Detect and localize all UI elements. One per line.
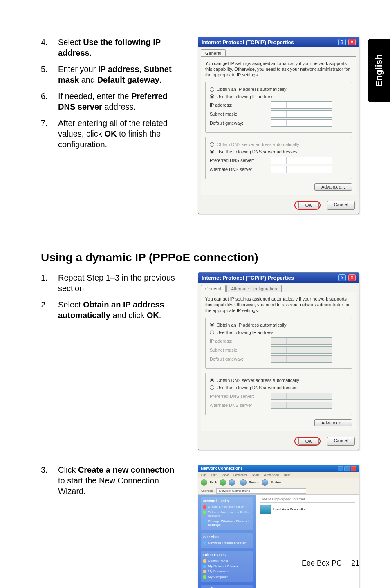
dialog-title: Internet Protocol (TCP/IP) Properties <box>202 39 294 45</box>
radio-use-ip[interactable] <box>210 94 214 99</box>
dialog-title: Internet Protocol (TCP/IP) Properties <box>202 275 294 281</box>
menu-tools[interactable]: Tools <box>252 473 260 477</box>
label-pref-dns: Preferred DNS server: <box>210 394 271 399</box>
input-alt-dns <box>271 402 332 409</box>
connection-item[interactable]: Local Area Connection <box>260 505 355 514</box>
step-4: 4. Select Use the following IP address. <box>41 37 178 58</box>
up-icon[interactable] <box>229 479 235 486</box>
menu-view[interactable]: View <box>222 473 229 477</box>
close-button[interactable]: × <box>348 39 356 45</box>
steps-list-b: 1. Repeat Step 1–3 in the previous secti… <box>41 272 178 321</box>
label-subnet: Subnet mask: <box>210 112 271 117</box>
help-button[interactable]: ? <box>338 274 346 281</box>
ok-button[interactable]: OK <box>298 438 319 445</box>
search-icon[interactable] <box>240 479 247 486</box>
step-b2: 2 Select Obtain an IP address automatica… <box>41 299 178 321</box>
address-field[interactable]: Network Connections <box>216 488 306 494</box>
steps-list-c: 3. Click Create a new connection to star… <box>41 465 178 496</box>
other-places-block: Other Places⌃ Control Panel My Network P… <box>201 551 253 582</box>
menu-help[interactable]: Help <box>284 473 290 477</box>
dialog-titlebar: Internet Protocol (TCP/IP) Properties ? … <box>198 273 359 283</box>
radio-use-dns[interactable] <box>210 150 214 154</box>
nc-menubar: File Edit View Favorites Tools Advanced … <box>198 472 359 478</box>
radio-use-dns[interactable] <box>210 385 214 390</box>
menu-file[interactable]: File <box>201 473 206 477</box>
label-alt-dns: Alternate DNS server: <box>210 167 271 172</box>
input-subnet[interactable] <box>271 110 332 118</box>
nc-mainpane: LAN or High-Speed Internet Local Area Co… <box>256 495 359 588</box>
advanced-button[interactable]: Advanced... <box>314 419 352 426</box>
step-5: 5. Enter your IP address, Subnet mask an… <box>41 64 178 85</box>
label-ip: IP address: <box>210 339 271 343</box>
see-troubleshooter[interactable]: Network Troubleshooter <box>203 540 251 545</box>
see-also-block: See Also⌃ Network Troubleshooter <box>201 533 253 548</box>
step-number: 1. <box>41 272 58 294</box>
ok-button[interactable]: OK <box>298 202 319 209</box>
language-tab: English <box>368 39 390 102</box>
place-my-documents[interactable]: My Documents <box>203 569 251 574</box>
details-block: Details⌃ Local Area Connection LAN or Hi… <box>201 585 253 588</box>
nc-toolbar: Back Search Folders <box>198 478 359 487</box>
task-firewall[interactable]: Change Windows Firewall settings <box>203 518 251 527</box>
back-icon[interactable] <box>201 479 207 486</box>
footer-product: Eee Box PC <box>302 559 342 567</box>
help-button[interactable]: ? <box>338 39 346 45</box>
tcpip-dialog-static: Internet Protocol (TCP/IP) Properties ? … <box>198 37 359 214</box>
label-auto-ip: Obtain an IP address automatically <box>217 323 286 328</box>
task-create-connection[interactable]: Create a new connection <box>203 504 251 509</box>
label-pref-dns: Preferred DNS server: <box>210 158 271 163</box>
step-text: Click Create a new connection to start t… <box>58 465 178 496</box>
folders-icon[interactable] <box>262 479 268 486</box>
back-label: Back <box>210 480 217 484</box>
dialog-intro: You can get IP settings assigned automat… <box>205 296 352 313</box>
step-text: Enter your IP address, Subnet mask and D… <box>58 64 178 85</box>
cancel-button[interactable]: Cancel <box>327 437 355 446</box>
section-heading: Using a dynamic IP (PPPoE connection) <box>41 251 359 264</box>
label-auto-ip: Obtain an IP address automatically <box>217 87 286 92</box>
minimize-button[interactable] <box>338 466 343 471</box>
place-my-computer[interactable]: My Computer <box>203 574 251 579</box>
steps-list-a: 4. Select Use the following IP address. … <box>41 37 178 150</box>
tab-alternate[interactable]: Alternate Configuration <box>226 285 282 292</box>
menu-edit[interactable]: Edit <box>211 473 217 477</box>
input-alt-dns[interactable] <box>271 166 332 173</box>
nc-addressbar: Address Network Connections <box>198 487 359 495</box>
close-button[interactable] <box>351 466 356 471</box>
network-tasks-heading: Network Tasks <box>203 499 229 503</box>
input-pref-dns[interactable] <box>271 157 332 164</box>
forward-icon[interactable] <box>220 479 226 486</box>
cancel-button[interactable]: Cancel <box>327 201 355 210</box>
place-network-places[interactable]: My Network Places <box>203 563 251 569</box>
label-subnet: Subnet mask: <box>210 348 271 352</box>
task-setup-network[interactable]: Set up a home or small office network <box>203 509 251 518</box>
tab-general[interactable]: General <box>201 49 226 56</box>
radio-auto-dns[interactable] <box>210 378 214 382</box>
step-number: 5. <box>41 64 58 85</box>
page-footer: Eee Box PC 21 <box>302 559 359 568</box>
input-subnet <box>271 346 332 354</box>
step-number: 4. <box>41 37 58 58</box>
step-number: 6. <box>41 91 58 112</box>
input-gateway[interactable] <box>271 119 332 127</box>
close-button[interactable]: × <box>348 274 356 281</box>
maximize-button[interactable] <box>344 466 350 471</box>
menu-favorites[interactable]: Favorites <box>233 473 247 477</box>
step-text: Select Obtain an IP address automaticall… <box>58 299 178 321</box>
radio-auto-ip[interactable] <box>210 323 214 327</box>
label-gateway: Default gateway: <box>210 121 271 126</box>
step-number: 3. <box>41 465 58 496</box>
radio-use-ip[interactable] <box>210 330 214 334</box>
network-connections-window: Network Connections File Edit View Favor… <box>198 465 359 588</box>
radio-auto-ip[interactable] <box>210 87 214 92</box>
folders-label: Folders <box>271 480 282 484</box>
tab-general[interactable]: General <box>201 285 226 292</box>
step-number: 2 <box>41 299 58 321</box>
input-ip[interactable] <box>271 101 332 109</box>
other-places-heading: Other Places <box>203 553 226 557</box>
menu-advanced[interactable]: Advanced <box>264 473 279 477</box>
step-7: 7. After entering all of the related val… <box>41 118 178 150</box>
input-pref-dns <box>271 393 332 400</box>
advanced-button[interactable]: Advanced... <box>314 183 352 191</box>
footer-page-number: 21 <box>351 559 359 567</box>
place-control-panel[interactable]: Control Panel <box>203 558 251 563</box>
